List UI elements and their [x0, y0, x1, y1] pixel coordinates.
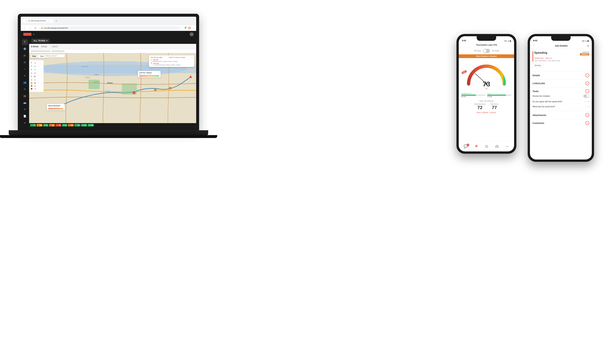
task-review-toggle[interactable]	[583, 94, 589, 98]
task-limit-edit[interactable]: ✏	[588, 105, 589, 108]
sidebar-icon-training[interactable]: 🎓	[22, 53, 28, 59]
phone-event-bar	[48, 108, 64, 109]
sidebar-icon-a[interactable]: A	[22, 120, 28, 126]
score-chip-7[interactable]: 🚗 58	[68, 124, 74, 127]
sidebar-icon-location[interactable]: 📍	[22, 39, 28, 45]
event-close-btn[interactable]: ×	[158, 72, 159, 73]
bookmark-icon[interactable]: ☆	[182, 26, 183, 30]
handling-score-num: 72	[475, 105, 486, 110]
sidebar-icon-users[interactable]: 👥	[22, 80, 28, 85]
tab-vehicle[interactable]: Vehicle	[41, 45, 47, 48]
task-speed-label: Do you agree with the speed limit?	[533, 101, 584, 103]
score-chip-6[interactable]: ↱ 84	[62, 124, 67, 127]
score-chip-3[interactable]: ↱ 81	[43, 124, 48, 127]
map-container[interactable]: Ottawa Gatineau Ottawa River Île de Hull…	[29, 53, 196, 123]
more-icon[interactable]: ⋮	[192, 26, 194, 30]
popup-date: Tue, Mar 15, 2022	[151, 57, 162, 58]
tasks-collapse-btn[interactable]: −	[585, 89, 589, 93]
user-area	[190, 32, 194, 36]
profile-icon[interactable]	[188, 26, 191, 30]
back-btn[interactable]: ←	[23, 26, 27, 30]
attachments-header: Attachments +	[533, 113, 589, 117]
phone2-header: ← Job Details 🗑	[530, 43, 592, 49]
laptop-foot	[0, 135, 217, 138]
user-avatar[interactable]	[190, 32, 194, 36]
sidebar-icon-list[interactable]: ≡	[22, 66, 28, 72]
sidebar-icon-doc[interactable]: 📄	[22, 113, 28, 119]
panel-row-3: ↱ 1	[30, 68, 43, 71]
duty-toggle-switch[interactable]	[483, 49, 490, 53]
tab-driver[interactable]: Driver	[31, 45, 39, 48]
panel-row-5: ↻ 20	[30, 75, 43, 78]
sidebar-icon-settings[interactable]: ⚙️	[22, 46, 28, 52]
map-btn-map[interactable]: Map	[30, 54, 38, 58]
sidebar-icon-star[interactable]: ✦	[22, 73, 28, 79]
total-score-title: Total Score	[490, 103, 498, 105]
score-chip-2[interactable]: 🚗 68	[37, 124, 42, 127]
sidebar-icon-bus[interactable]: 🚌	[22, 100, 28, 106]
address-bar[interactable]: 🔒 my-186.webapp.tl/module/231	[39, 26, 180, 30]
score-chip-4[interactable]: 🚗 62	[49, 124, 55, 127]
address-search[interactable]: Address Search	[44, 54, 65, 57]
phone2: 9:41 ●●● ▲ ▓ ← Job Details 🗑	[528, 34, 594, 162]
extensions-icon[interactable]: 🧩	[184, 26, 187, 30]
turn-icon-1: ↱	[31, 62, 32, 64]
turn-icon-4: ↴	[31, 72, 32, 74]
task-limit: What was the actual limit? — ✏	[533, 104, 589, 109]
score-chip-8[interactable]: 🚗 85	[74, 124, 80, 127]
nav-drive-icon[interactable]	[475, 144, 478, 148]
phone1-wifi: ▲	[508, 40, 509, 42]
delete-button[interactable]: 🗑	[587, 44, 589, 47]
browser-chrome: ● my-186.webapp.tl/module/231 × +	[21, 17, 196, 25]
event-severity-bar	[139, 76, 159, 76]
tab-close-btn[interactable]: ×	[49, 20, 50, 22]
backlog-button[interactable]: Backlog	[533, 64, 543, 67]
popup-close-btn[interactable]: ×	[192, 57, 193, 58]
sidebar-icon-eye[interactable]: 👁	[22, 86, 28, 92]
popup-time1: 7:28 AM	[152, 59, 177, 61]
refresh-btn[interactable]: ↻	[34, 26, 38, 30]
handling-bar-fill	[461, 95, 476, 96]
tab-new-btn[interactable]: +	[54, 19, 58, 23]
popup-addr2: St. Joseph Boulevard, Ottawa, Ontario, C…	[153, 64, 180, 66]
attachments-add-btn[interactable]: +	[585, 113, 589, 117]
forward-btn[interactable]: →	[28, 26, 32, 30]
phone-popup-close[interactable]: ×	[63, 105, 64, 106]
left-panel: ↱ 2 ↰ 2 ↱ 1	[29, 60, 44, 92]
phone1-body: 9:41 ●●● ▲ ▓ Tourmaline Labs 479 Off Dut…	[456, 34, 516, 154]
all-teams-button[interactable]: ALL TEAMS ▾	[31, 39, 49, 43]
back-button[interactable]: ←	[533, 44, 535, 47]
nav-vehicle-icon[interactable]	[495, 144, 499, 148]
nav-chat-icon[interactable]: 💬 2	[463, 144, 468, 148]
svg-point-30	[507, 146, 508, 147]
rank-text: Rank: #3(total: 7 drivers)	[459, 111, 514, 115]
menu-icon[interactable]: ≡	[33, 33, 34, 36]
phone1-time: 9:41	[462, 39, 466, 42]
details-add-btn[interactable]: +	[585, 73, 589, 77]
chip-num-2: 68	[40, 124, 41, 126]
orange-dot	[31, 85, 32, 87]
phone1-status-icons: ●●● ▲ ▓	[504, 40, 511, 42]
due-date: Due: 3/21/2022, 7:41 PM (1 min)	[534, 60, 589, 62]
sidebar-icon-p[interactable]: P	[22, 106, 28, 112]
focus-bar-fill	[487, 95, 506, 96]
sidebar-icon-grid[interactable]: ⊞	[22, 60, 28, 65]
team-info: Team: All Vehicles	[459, 99, 514, 103]
laptop-body: ● my-186.webapp.tl/module/231 × + ← → ↻ …	[18, 14, 199, 130]
browser-tab[interactable]: ● my-186.webapp.tl/module/231 ×	[23, 19, 53, 23]
task-speed-edit[interactable]: ✏	[588, 101, 589, 103]
score-chip-1[interactable]: 🚗 74	[30, 124, 36, 127]
score-chip-5[interactable]: 🚗 48	[55, 124, 61, 127]
sidebar-icon-briefcase[interactable]: 💼	[22, 93, 28, 99]
nav-more-icon[interactable]	[505, 144, 509, 148]
score-chip-9[interactable]: ↱ 100	[81, 124, 87, 127]
rotation-icon: ↻	[31, 75, 32, 78]
score-chip-10[interactable]: ↱ 100	[88, 124, 94, 127]
search-area[interactable]: Search	[51, 45, 59, 48]
linked-jobs-add-btn[interactable]: +	[585, 81, 589, 85]
nav-list-icon[interactable]	[485, 144, 488, 148]
comments-add-btn[interactable]: +	[585, 121, 589, 125]
chip-num-10: 100	[91, 124, 93, 126]
phone2-signal: ●●●	[582, 40, 584, 42]
panel-row-red: 2	[30, 88, 43, 90]
